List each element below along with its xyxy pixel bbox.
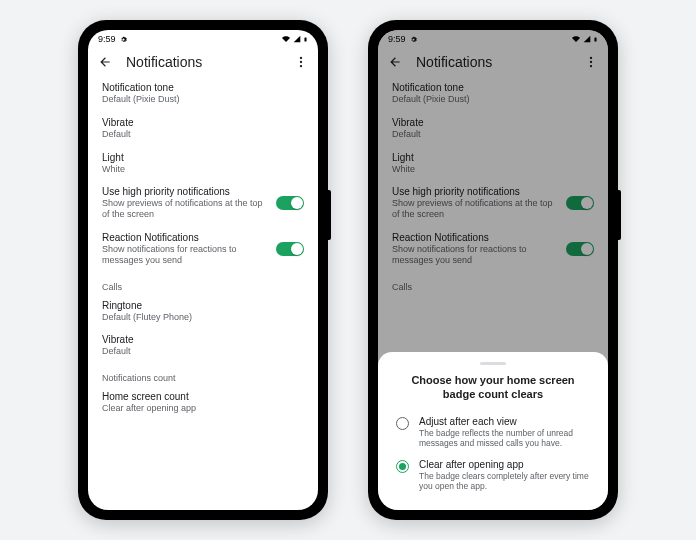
option-subtitle: The badge reflects the number of unread … [419, 428, 590, 448]
setting-subtitle: Clear after opening app [102, 403, 304, 414]
section-notifications-count: Notifications count [102, 363, 304, 385]
gear-icon [119, 35, 128, 44]
radio-unchecked[interactable] [396, 417, 409, 430]
sheet-handle[interactable] [480, 362, 506, 365]
setting-title: Home screen count [102, 391, 304, 402]
setting-notification-tone[interactable]: Notification tone Default (Pixie Dust) [102, 76, 304, 111]
setting-vibrate[interactable]: Vibrate Default [102, 111, 304, 146]
setting-subtitle: Default [102, 129, 304, 140]
phone-left: 9:59 Notifications Notification tone Def… [78, 20, 328, 520]
option-clear-after-opening[interactable]: Clear after opening app The badge clears… [392, 454, 594, 496]
wifi-icon [281, 35, 291, 43]
section-calls: Calls [102, 272, 304, 294]
signal-icon [293, 35, 301, 43]
sheet-title: Choose how your home screen badge count … [392, 373, 594, 402]
app-header: Notifications [88, 48, 318, 76]
option-title: Adjust after each view [419, 416, 590, 427]
battery-icon [303, 35, 308, 44]
setting-title: Vibrate [102, 334, 304, 345]
setting-subtitle: Show notifications for reactions to mess… [102, 244, 268, 266]
setting-reaction-notifications[interactable]: Reaction Notifications Show notification… [102, 226, 304, 272]
setting-subtitle: Show previews of notifications at the to… [102, 198, 268, 220]
bottom-sheet: Choose how your home screen badge count … [378, 352, 608, 510]
setting-title: Vibrate [102, 117, 304, 128]
setting-title: Notification tone [102, 82, 304, 93]
setting-ringtone[interactable]: Ringtone Default (Flutey Phone) [102, 294, 304, 329]
screen-left: 9:59 Notifications Notification tone Def… [88, 30, 318, 510]
screen-right: 9:59 Notifications Notification tone Def… [378, 30, 608, 510]
page-title: Notifications [126, 54, 280, 70]
option-subtitle: The badge clears completely after every … [419, 471, 590, 491]
radio-checked[interactable] [396, 460, 409, 473]
setting-light[interactable]: Light White [102, 146, 304, 181]
setting-title: Reaction Notifications [102, 232, 268, 243]
option-adjust-after-view[interactable]: Adjust after each view The badge reflect… [392, 411, 594, 453]
option-title: Clear after opening app [419, 459, 590, 470]
more-icon[interactable] [294, 55, 308, 69]
setting-home-screen-count[interactable]: Home screen count Clear after opening ap… [102, 385, 304, 420]
setting-subtitle: Default (Pixie Dust) [102, 94, 304, 105]
setting-title: Use high priority notifications [102, 186, 268, 197]
setting-subtitle: White [102, 164, 304, 175]
status-time: 9:59 [98, 34, 116, 44]
svg-point-1 [300, 61, 302, 63]
setting-vibrate-calls[interactable]: Vibrate Default [102, 328, 304, 363]
toggle-reaction[interactable] [276, 242, 304, 256]
settings-list: Notification tone Default (Pixie Dust) V… [88, 76, 318, 510]
svg-point-2 [300, 65, 302, 67]
phone-right: 9:59 Notifications Notification tone Def… [368, 20, 618, 520]
setting-title: Ringtone [102, 300, 304, 311]
setting-subtitle: Default [102, 346, 304, 357]
setting-high-priority[interactable]: Use high priority notifications Show pre… [102, 180, 304, 226]
back-icon[interactable] [98, 55, 112, 69]
setting-title: Light [102, 152, 304, 163]
status-bar: 9:59 [88, 30, 318, 48]
setting-subtitle: Default (Flutey Phone) [102, 312, 304, 323]
toggle-high-priority[interactable] [276, 196, 304, 210]
svg-point-0 [300, 57, 302, 59]
